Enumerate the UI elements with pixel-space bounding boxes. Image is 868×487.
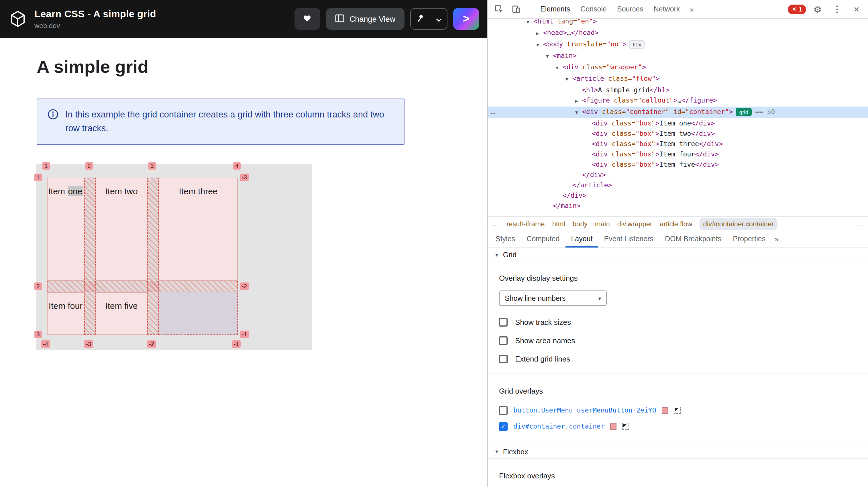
- tree-node[interactable]: </main>: [488, 201, 868, 211]
- code-token: Item three: [659, 140, 699, 148]
- twisty-open-icon[interactable]: ▼: [546, 52, 553, 62]
- grid-line-number: 2: [85, 162, 93, 170]
- line-numbers-select[interactable]: Show line numbers ▾: [499, 291, 607, 306]
- devtools-tab-sources[interactable]: Sources: [612, 0, 649, 19]
- breadcrumb-item[interactable]: main: [595, 220, 610, 228]
- tab-properties[interactable]: Properties: [727, 231, 771, 247]
- breadcrumb-item[interactable]: result-iframe: [506, 220, 545, 228]
- twisty-open-icon[interactable]: ▼: [536, 40, 543, 51]
- checkbox-checked[interactable]: ✓: [499, 422, 507, 431]
- breadcrumb-overflow-right[interactable]: …: [857, 220, 863, 228]
- checkbox-label[interactable]: Show area names: [515, 336, 575, 345]
- overlay-element-link[interactable]: button.UserMenu_userMenuButton-2eiYO: [513, 406, 656, 414]
- devtools-tab-elements[interactable]: Elements: [535, 0, 575, 19]
- tree-node[interactable]: <div class="box">Item five</div>: [488, 159, 868, 170]
- tree-node[interactable]: </article>: [488, 180, 868, 190]
- checkbox-unchecked[interactable]: [499, 354, 507, 363]
- favorite-button[interactable]: [294, 8, 320, 30]
- webdev-logo-icon[interactable]: [8, 9, 28, 29]
- grid-line-number: 2: [34, 282, 42, 290]
- device-toolbar-icon[interactable]: [508, 2, 524, 17]
- tree-node[interactable]: ▶<head>…</head>: [488, 28, 868, 39]
- tree-node[interactable]: ▼<main>: [488, 51, 868, 62]
- code-token: id: [670, 108, 682, 116]
- tree-node[interactable]: <div class="box">Item four</div>: [488, 149, 868, 159]
- close-devtools-icon[interactable]: ✕: [848, 2, 865, 17]
- twisty-open-icon[interactable]: ▼: [556, 63, 563, 73]
- breadcrumb-item[interactable]: div#container.container: [700, 218, 777, 230]
- error-count: 1: [799, 6, 802, 12]
- header-actions: Change View >: [294, 8, 479, 30]
- code-token: Item two: [659, 129, 691, 138]
- checkbox-label[interactable]: Show track sizes: [515, 318, 571, 326]
- code-token: class: [608, 150, 631, 158]
- app-logo-button[interactable]: >: [453, 8, 479, 30]
- twisty-open-icon[interactable]: ▼: [575, 108, 582, 118]
- error-badge[interactable]: ✕ 1: [788, 4, 806, 14]
- more-tabs-icon[interactable]: »: [686, 5, 697, 13]
- grid-line-number: -1: [240, 331, 249, 338]
- tree-node[interactable]: </div>: [488, 190, 868, 201]
- inspect-element-icon[interactable]: [491, 2, 507, 17]
- browser-page: Learn CSS - A simple grid web.dev Change…: [0, 0, 487, 487]
- code-token: <div: [592, 140, 608, 148]
- grid-item: Item five: [96, 292, 147, 335]
- tab-computed[interactable]: Computed: [521, 231, 565, 247]
- code-token: <figure: [582, 96, 610, 104]
- overlay-color-swatch[interactable]: [662, 407, 668, 414]
- tree-node[interactable]: <div class="box">Item two</div>: [488, 128, 868, 139]
- devtools-tab-network[interactable]: Network: [649, 0, 685, 19]
- grid-overlays-title: Grid overlays: [499, 387, 868, 395]
- tree-node[interactable]: ▼<article class="flow">: [488, 73, 868, 85]
- more-panel-tabs-icon[interactable]: »: [771, 231, 782, 247]
- overlay-element-link[interactable]: div#container.container: [513, 422, 605, 430]
- flex-badge[interactable]: flex: [629, 40, 645, 49]
- change-view-button[interactable]: Change View: [326, 8, 404, 30]
- node-menu-dots-icon[interactable]: …: [491, 106, 496, 117]
- twisty-open-icon[interactable]: ▼: [527, 19, 533, 28]
- grid-line-number: 3: [148, 162, 156, 170]
- checkbox-unchecked[interactable]: [499, 406, 507, 415]
- twisty-closed-icon[interactable]: ▶: [575, 96, 582, 106]
- tree-node[interactable]: ▼<body translate="no">flex: [488, 39, 868, 51]
- flexbox-section-header[interactable]: ▼ Flexbox: [488, 445, 868, 459]
- twisty-closed-icon[interactable]: ▶: [536, 29, 543, 39]
- breadcrumb-item[interactable]: div.wrapper: [617, 220, 652, 228]
- breadcrumb-overflow[interactable]: …: [492, 220, 499, 228]
- code-token: </div>: [699, 140, 723, 148]
- grid-line-number: -3: [240, 174, 249, 181]
- element-picker-icon[interactable]: [674, 407, 681, 414]
- tree-node[interactable]: ▶<figure class="callout">…</figure>: [488, 95, 868, 106]
- settings-gear-icon[interactable]: ⚙: [810, 2, 826, 17]
- tab-styles[interactable]: Styles: [490, 231, 521, 247]
- pin-button[interactable]: [411, 9, 430, 29]
- code-token: translate: [563, 40, 603, 48]
- screen: Learn CSS - A simple grid web.dev Change…: [0, 0, 868, 487]
- tab-event-listeners[interactable]: Event Listeners: [598, 231, 659, 247]
- tree-node[interactable]: </div>: [488, 170, 868, 180]
- element-picker-icon[interactable]: [622, 423, 629, 430]
- tab-layout[interactable]: Layout: [565, 231, 598, 247]
- tree-node[interactable]: <div class="box">Item three</div>: [488, 139, 868, 149]
- tree-node[interactable]: ▼<html lang="en">: [488, 19, 868, 28]
- overlay-color-swatch[interactable]: [611, 423, 617, 429]
- breadcrumb-item[interactable]: body: [572, 220, 588, 228]
- grid-section-header[interactable]: ▼ Grid: [488, 248, 868, 263]
- devtools-tab-console[interactable]: Console: [575, 0, 612, 19]
- pin-menu-button[interactable]: [430, 9, 447, 29]
- twisty-open-icon[interactable]: ▼: [565, 74, 572, 85]
- grid-badge[interactable]: grid: [736, 108, 752, 116]
- code-token: =: [632, 150, 636, 158]
- checkbox-label[interactable]: Extend grid lines: [515, 354, 570, 363]
- checkbox-unchecked[interactable]: [499, 336, 507, 345]
- kebab-menu-icon[interactable]: ⋮: [829, 2, 845, 17]
- site-name[interactable]: web.dev: [34, 22, 156, 30]
- tab-dom-breakpoints[interactable]: DOM Breakpoints: [659, 231, 727, 247]
- tree-node[interactable]: <h1>A simple grid</h1>: [488, 85, 868, 95]
- tree-node[interactable]: <div class="box">Item one</div>: [488, 118, 868, 128]
- checkbox-unchecked[interactable]: [499, 318, 507, 326]
- tree-node[interactable]: ▼<div class="wrapper">: [488, 62, 868, 73]
- breadcrumb-item[interactable]: html: [552, 220, 565, 228]
- breadcrumb-item[interactable]: article.flow: [660, 220, 692, 228]
- tree-node[interactable]: …▼<div class="container" id="container">…: [488, 106, 868, 118]
